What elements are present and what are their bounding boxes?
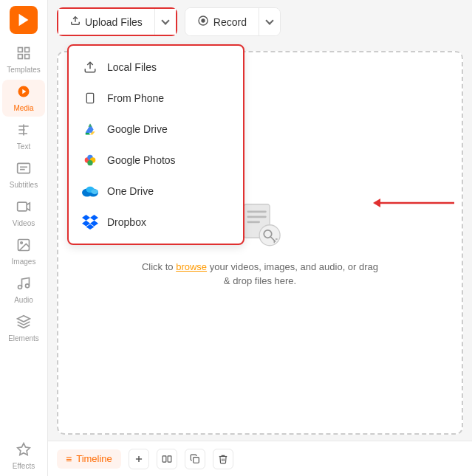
media-icon xyxy=(16,84,31,103)
record-chevron-icon xyxy=(265,16,273,24)
templates-icon xyxy=(16,46,31,64)
sidebar-item-media[interactable]: Media xyxy=(2,80,45,117)
record-button-group: Record xyxy=(185,7,281,36)
svg-rect-2 xyxy=(18,55,23,59)
upload-local-files-item[interactable]: Local Files xyxy=(69,52,243,83)
svg-point-26 xyxy=(91,189,98,194)
sidebar-item-effects[interactable]: Effects xyxy=(2,438,45,475)
svg-rect-6 xyxy=(18,163,30,173)
browse-link[interactable]: browse xyxy=(176,261,207,272)
timeline-add-button[interactable] xyxy=(129,449,149,469)
sidebar-item-text[interactable]: Text xyxy=(2,118,45,155)
chevron-down-icon xyxy=(161,16,169,24)
google-drive-icon xyxy=(82,121,98,137)
upload-dropbox-item[interactable]: Dropbox xyxy=(69,207,243,238)
audio-icon xyxy=(16,276,31,294)
upload-from-phone-label: From Phone xyxy=(107,92,164,104)
upload-files-group: Upload Files Local Files From Phone xyxy=(57,7,177,36)
svg-point-11 xyxy=(21,242,22,244)
timeline-delete-button[interactable] xyxy=(213,449,233,469)
svg-rect-49 xyxy=(193,457,199,463)
upload-google-photos-label: Google Photos xyxy=(107,154,176,166)
svg-rect-48 xyxy=(168,455,171,461)
sidebar-item-templates[interactable]: Templates xyxy=(2,41,45,78)
upload-google-drive-item[interactable]: Google Drive xyxy=(69,114,243,145)
timeline-duplicate-button[interactable] xyxy=(185,449,205,469)
svg-marker-27 xyxy=(82,215,90,221)
svg-point-13 xyxy=(26,284,30,288)
images-icon xyxy=(16,238,31,256)
timeline-tab[interactable]: ≡ Timeline xyxy=(57,449,121,469)
one-drive-icon xyxy=(82,183,98,199)
upload-one-drive-item[interactable]: One Drive xyxy=(69,176,243,207)
sidebar-item-images[interactable]: Images xyxy=(2,233,45,270)
svg-point-22 xyxy=(87,160,92,165)
from-phone-icon xyxy=(82,90,98,106)
svg-rect-3 xyxy=(25,55,30,59)
videos-icon xyxy=(16,199,31,218)
svg-rect-38 xyxy=(247,215,267,218)
upload-arrow-icon xyxy=(70,15,81,28)
upload-files-dropdown-button[interactable] xyxy=(154,9,176,35)
svg-rect-37 xyxy=(247,210,267,213)
sidebar-item-subtitles[interactable]: Subtitles xyxy=(2,156,45,193)
svg-marker-35 xyxy=(373,199,380,207)
timeline-bar: ≡ Timeline xyxy=(48,441,472,476)
sidebar-item-label-images: Images xyxy=(12,258,36,266)
sidebar-item-label-elements: Elements xyxy=(8,334,39,342)
subtitles-icon xyxy=(16,161,31,179)
dropbox-icon xyxy=(82,214,98,230)
record-dropdown-button[interactable] xyxy=(259,8,280,35)
svg-marker-14 xyxy=(18,444,30,455)
duplicate-icon xyxy=(190,454,200,464)
sidebar-item-elements[interactable]: Elements xyxy=(2,310,45,347)
upload-dropdown-menu: Local Files From Phone xyxy=(67,44,244,245)
sidebar-item-label-effects: Effects xyxy=(13,462,35,470)
text-icon xyxy=(16,123,31,141)
svg-rect-39 xyxy=(247,221,261,223)
sidebar-item-label-templates: Templates xyxy=(7,66,41,74)
local-files-icon xyxy=(82,59,98,75)
drop-zone-text: Click to browse your videos, images, and… xyxy=(142,260,378,289)
red-arrow xyxy=(373,192,462,214)
svg-marker-28 xyxy=(90,215,98,221)
upload-dropbox-label: Dropbox xyxy=(107,216,146,228)
plus-icon xyxy=(134,454,144,464)
sidebar-item-label-videos: Videos xyxy=(13,219,35,227)
app-logo[interactable] xyxy=(10,6,38,34)
record-button[interactable]: Record xyxy=(185,8,259,35)
upload-google-drive-label: Google Drive xyxy=(107,123,168,135)
svg-point-12 xyxy=(18,286,22,289)
sidebar-item-videos[interactable]: Videos xyxy=(2,195,45,232)
svg-point-40 xyxy=(259,224,280,245)
trash-icon xyxy=(218,454,228,464)
sidebar-item-label-audio: Audio xyxy=(14,296,33,304)
sidebar-item-label-media: Media xyxy=(13,104,33,112)
upload-google-photos-item[interactable]: Google Photos xyxy=(69,145,243,176)
upload-files-label: Upload Files xyxy=(85,16,143,28)
split-icon xyxy=(162,454,172,464)
upload-local-files-label: Local Files xyxy=(107,61,157,73)
timeline-icon: ≡ xyxy=(66,453,72,465)
logo-icon xyxy=(16,12,32,28)
timeline-split-button[interactable] xyxy=(157,449,177,469)
svg-rect-17 xyxy=(86,93,93,103)
sidebar-item-label-subtitles: Subtitles xyxy=(10,181,38,189)
svg-rect-47 xyxy=(163,455,166,461)
svg-rect-9 xyxy=(18,202,27,211)
upload-files-button[interactable]: Upload Files xyxy=(58,9,154,35)
sidebar-item-audio[interactable]: Audio xyxy=(2,272,45,308)
google-photos-icon xyxy=(82,152,98,168)
record-label: Record xyxy=(213,16,247,28)
svg-rect-1 xyxy=(25,48,30,52)
upload-from-phone-item[interactable]: From Phone xyxy=(69,83,243,114)
record-icon xyxy=(197,15,209,29)
effects-icon xyxy=(16,442,31,461)
main-content: Upload Files Local Files From Phone xyxy=(48,0,472,476)
topbar: Upload Files Local Files From Phone xyxy=(48,0,472,44)
upload-one-drive-label: One Drive xyxy=(107,185,154,197)
sidebar-item-label-text: Text xyxy=(17,142,30,151)
timeline-tab-label: Timeline xyxy=(76,453,112,464)
sidebar: Templates Media Text Subtitles Videos Im… xyxy=(0,0,48,476)
svg-rect-0 xyxy=(18,48,23,52)
